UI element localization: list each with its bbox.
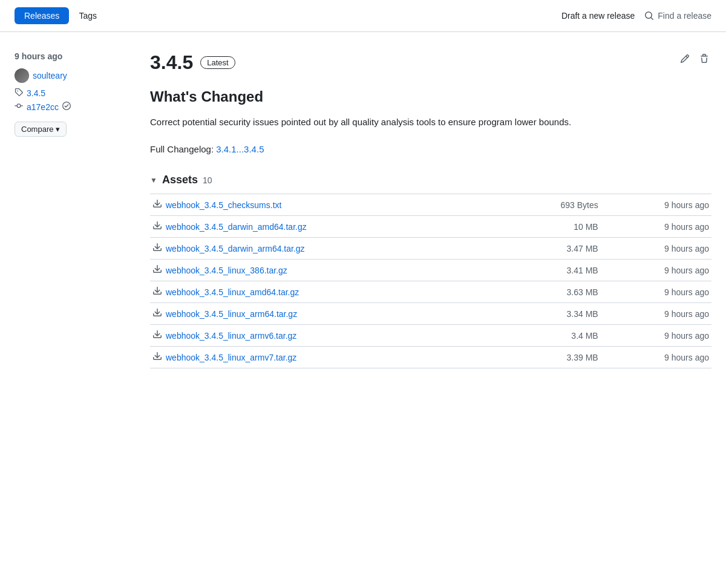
releases-button[interactable]: Releases [15, 7, 69, 24]
asset-size: 3.63 MB [506, 281, 601, 303]
asset-time: 9 hours ago [601, 303, 711, 325]
assets-header[interactable]: ▼ Assets 10 [150, 174, 711, 186]
table-row: webhook_3.4.5_linux_amd64.tar.gz 3.63 MB… [150, 281, 711, 303]
asset-link[interactable]: webhook_3.4.5_darwin_amd64.tar.gz [166, 222, 307, 232]
commit-hash[interactable]: a17e2cc [27, 102, 59, 112]
asset-name-cell: webhook_3.4.5_linux_arm64.tar.gz [152, 308, 503, 319]
assets-collapse-icon: ▼ [150, 176, 157, 185]
asset-time: 9 hours ago [601, 194, 711, 216]
assets-count: 10 [203, 175, 212, 185]
verify-icon [62, 102, 71, 112]
download-icon [152, 330, 162, 341]
table-row: webhook_3.4.5_checksums.txt 693 Bytes 9 … [150, 194, 711, 216]
asset-link[interactable]: webhook_3.4.5_linux_arm64.tar.gz [166, 309, 297, 319]
assets-table: webhook_3.4.5_checksums.txt 693 Bytes 9 … [150, 194, 711, 368]
asset-name-cell: webhook_3.4.5_darwin_amd64.tar.gz [152, 221, 503, 232]
edit-button[interactable] [678, 51, 692, 68]
asset-size: 3.4 MB [506, 325, 601, 347]
asset-time: 9 hours ago [601, 260, 711, 281]
asset-size: 693 Bytes [506, 194, 601, 216]
sidebar: 9 hours ago soulteary 3.4.5 a17e2cc [15, 51, 136, 368]
compare-chevron-icon: ▾ [56, 125, 60, 134]
asset-name-cell: webhook_3.4.5_linux_amd64.tar.gz [152, 286, 503, 298]
table-row: webhook_3.4.5_linux_386.tar.gz 3.41 MB 9… [150, 260, 711, 281]
download-icon [152, 264, 162, 276]
table-row: webhook_3.4.5_linux_armv6.tar.gz 3.4 MB … [150, 325, 711, 347]
table-row: webhook_3.4.5_linux_arm64.tar.gz 3.34 MB… [150, 303, 711, 325]
latest-badge: Latest [200, 56, 235, 69]
tags-button[interactable]: Tags [74, 7, 102, 24]
download-icon [152, 243, 162, 254]
release-version: 3.4.5 [150, 51, 193, 74]
compare-button[interactable]: Compare ▾ [15, 122, 67, 137]
find-release-search[interactable]: Find a release [644, 11, 711, 21]
asset-link[interactable]: webhook_3.4.5_linux_386.tar.gz [166, 266, 287, 275]
table-row: webhook_3.4.5_darwin_amd64.tar.gz 10 MB … [150, 216, 711, 238]
asset-size: 10 MB [506, 216, 601, 238]
username[interactable]: soulteary [33, 71, 67, 80]
asset-time: 9 hours ago [601, 238, 711, 260]
asset-time: 9 hours ago [601, 216, 711, 238]
changelog-line: Full Changelog: 3.4.1...3.4.5 [150, 144, 711, 154]
whats-changed-title: What's Changed [150, 88, 711, 105]
delete-icon [699, 54, 709, 64]
tag-name[interactable]: 3.4.5 [27, 88, 45, 98]
release-description: Correct potential security issues pointe… [150, 115, 711, 129]
asset-size: 3.34 MB [506, 303, 601, 325]
compare-label: Compare [21, 125, 53, 134]
search-icon [644, 11, 654, 21]
asset-name-cell: webhook_3.4.5_darwin_arm64.tar.gz [152, 243, 503, 254]
assets-section: ▼ Assets 10 webhook_3.4.5_checksums.txt [150, 174, 711, 368]
search-label: Find a release [658, 11, 711, 21]
asset-name-cell: webhook_3.4.5_linux_armv7.tar.gz [152, 351, 503, 363]
tag-info: 3.4.5 [15, 88, 136, 98]
release-header: 3.4.5 Latest [150, 51, 711, 74]
delete-button[interactable] [697, 51, 711, 68]
commit-icon [15, 102, 23, 112]
edit-icon [680, 54, 690, 64]
nav-right: Draft a new release Find a release [561, 11, 711, 21]
asset-time: 9 hours ago [601, 347, 711, 368]
table-row: webhook_3.4.5_darwin_arm64.tar.gz 3.47 M… [150, 238, 711, 260]
release-title-row: 3.4.5 Latest [150, 51, 235, 74]
download-icon [152, 286, 162, 298]
asset-size: 3.47 MB [506, 238, 601, 260]
release-actions [678, 51, 711, 68]
asset-link[interactable]: webhook_3.4.5_linux_armv6.tar.gz [166, 331, 296, 341]
asset-size: 3.41 MB [506, 260, 601, 281]
asset-name-cell: webhook_3.4.5_checksums.txt [152, 199, 503, 211]
asset-time: 9 hours ago [601, 281, 711, 303]
asset-name-cell: webhook_3.4.5_linux_armv6.tar.gz [152, 330, 503, 341]
download-icon [152, 351, 162, 363]
user-info: soulteary [15, 68, 136, 83]
asset-link[interactable]: webhook_3.4.5_linux_amd64.tar.gz [166, 287, 299, 297]
asset-name-cell: webhook_3.4.5_linux_386.tar.gz [152, 264, 503, 276]
changelog-link[interactable]: 3.4.1...3.4.5 [216, 144, 264, 154]
release-time: 9 hours ago [15, 51, 136, 61]
commit-info: a17e2cc [15, 102, 136, 112]
asset-time: 9 hours ago [601, 325, 711, 347]
asset-link[interactable]: webhook_3.4.5_linux_armv7.tar.gz [166, 353, 296, 362]
draft-release-link[interactable]: Draft a new release [561, 11, 635, 21]
top-nav: Releases Tags Draft a new release Find a… [0, 0, 726, 32]
asset-size: 3.39 MB [506, 347, 601, 368]
download-icon [152, 199, 162, 211]
tag-icon [15, 88, 23, 98]
release-content: 3.4.5 Latest What's Changed Correct pote… [150, 51, 711, 368]
download-icon [152, 308, 162, 319]
download-icon [152, 221, 162, 232]
avatar [15, 68, 29, 83]
changelog-prefix: Full Changelog: [150, 144, 214, 154]
main-layout: 9 hours ago soulteary 3.4.5 a17e2cc [0, 32, 726, 388]
assets-title: Assets [162, 174, 198, 186]
table-row: webhook_3.4.5_linux_armv7.tar.gz 3.39 MB… [150, 347, 711, 368]
asset-link[interactable]: webhook_3.4.5_darwin_arm64.tar.gz [166, 244, 305, 253]
asset-link[interactable]: webhook_3.4.5_checksums.txt [166, 200, 281, 210]
nav-left: Releases Tags [15, 7, 102, 24]
